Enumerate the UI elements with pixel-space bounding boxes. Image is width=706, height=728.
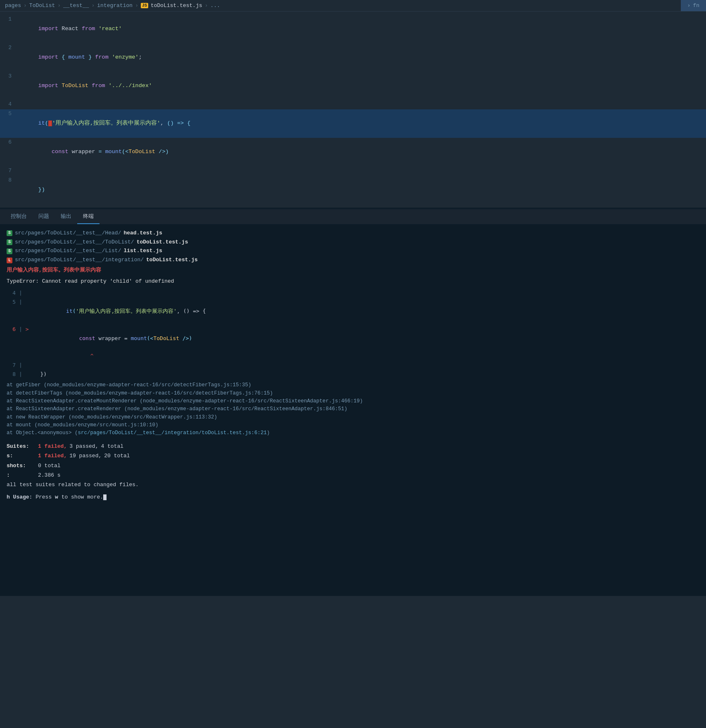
sum-tests-passed: 19 passed, [69,451,102,461]
file-path-list: src/pages/ToDoList/__test__/List/ [15,247,121,255]
breadcrumb-sep-4: › [135,2,138,9]
terminal-area[interactable]: S src/pages/ToDoList/__test__/Head/head.… [0,225,706,596]
code-line-7: 7 [0,166,706,176]
test-file-list: S src/pages/ToDoList/__test__/List/list.… [7,247,699,255]
sum-shots-value: 0 total [38,461,61,470]
tcode-pipe-7: | [19,361,22,370]
sum-suites-label: Suites: [7,442,36,451]
js-file-icon: JS [141,3,148,8]
line-num-1: 1 [0,15,17,24]
line-content-8[interactable]: }) [17,176,706,204]
error-message: TypeError: Cannot read property 'child' … [7,277,699,286]
sum-suites-total: 4 total [101,442,123,451]
line-num-4: 4 [0,100,17,109]
stack-line-7: at Object.<anonymous> (src/pages/ToDoLis… [7,429,699,437]
line-content-7[interactable] [17,166,706,176]
watch-usage-text: Press w to show more. [36,494,103,500]
tcode-num-8: 8 [7,370,19,379]
terminal-tabs: 控制台 问题 输出 终端 [0,209,706,225]
breadcrumb-active-file: toDoList.test.js [151,2,202,9]
sum-time-value: 2.386 s [38,470,61,480]
breadcrumb-integration[interactable]: integration [97,2,133,9]
tcode-pipe-5: | [19,298,22,307]
sum-watch: all test suites related to changed files… [7,480,699,489]
stack-trace: at getFiber (node_modules/enzyme-adapter… [7,381,699,437]
breadcrumb-sep-5: › [205,2,208,9]
tcode-6: 6 | > const wrapper = mount(<ToDoList />… [7,325,699,352]
code-line-5: 5 it(|'用户输入内容,按回车。列表中展示内容', () => { [0,109,706,138]
file-bold-integration: toDoList.test.js [146,256,198,265]
tab-console[interactable]: 控制台 [5,209,33,224]
sum-tests-label: s: [7,451,36,461]
stack-line-6: at mount (node_modules/enzyme/src/mount.… [7,421,699,429]
line-num-7: 7 [0,166,17,175]
sum-tests: s: 1 failed, 19 passed, 20 total [7,451,699,461]
line-num-6: 6 [0,138,17,147]
tcode-7: 7 | [7,361,699,370]
sum-tests-failed: 1 failed, [38,451,67,461]
badge-head: S [7,230,12,236]
sum-time-label: : [7,470,36,480]
tcode-content-5: it('用户输入内容,按回车。列表中展示内容', () => { [34,298,206,325]
code-line-1: 1 import React from 'react' [0,15,706,43]
breadcrumb-sep-1: › [24,2,27,9]
line-content-4[interactable] [17,100,706,109]
tcode-num-5: 5 [7,298,19,307]
line-num-5: 5 [0,109,17,118]
tcode-num-6: 6 [7,325,19,334]
breadcrumb-todolist[interactable]: ToDoList [29,2,55,9]
tcode-8: 8 | }) [7,370,699,379]
sum-watch-text: all test suites related to changed files… [7,480,139,489]
caret-line: ^ [7,352,699,361]
stack-line-4: at ReactSixteenAdapter.createRenderer (n… [7,405,699,413]
line-num-2: 2 [0,43,17,52]
watch-usage-h: h Usage: [7,494,36,500]
breadcrumb-test[interactable]: __test__ [63,2,89,9]
breadcrumb-pages[interactable]: pages [5,2,21,9]
sum-suites-failed: 1 failed, [38,442,67,451]
sum-snapshots: shots: 0 total [7,461,699,470]
test-summary: Suites: 1 failed, 3 passed, 4 total s: 1… [7,442,699,490]
tcode-pipe-8: | [19,370,22,379]
tab-problems[interactable]: 问题 [33,209,55,224]
breadcrumb-ellipsis: ... [211,2,220,9]
test-fail-title: 用户输入内容,按回车。列表中展示内容 [7,266,699,275]
line-num-8: 8 [0,176,17,185]
tcode-num-7: 7 [7,361,19,370]
file-path-integration: src/pages/ToDoList/__test__/integration/ [15,256,144,265]
tcode-5: 5 | it('用户输入内容,按回车。列表中展示内容', () => { [7,298,699,325]
badge-integration: L [7,258,12,263]
watch-usage: h Usage: Press w to show more. [7,493,699,502]
stack-line-3: at ReactSixteenAdapter.createMountRender… [7,397,699,405]
badge-todolist: S [7,239,12,245]
stack-line-2: at detectFiberTags (node_modules/enzyme-… [7,390,699,397]
fn-button[interactable]: › fn [681,0,706,11]
tab-terminal[interactable]: 终端 [77,209,100,224]
code-line-3: 3 import ToDoList from '../../index' [0,72,706,100]
code-line-4: 4 [0,100,706,109]
tcode-content-6: const wrapper = mount(<ToDoList />) [34,325,192,352]
file-bold-head: head.test.js [123,229,162,238]
line-content-3[interactable]: import ToDoList from '../../index' [17,72,706,100]
line-content-5[interactable]: it(|'用户输入内容,按回车。列表中展示内容', () => { [17,109,706,138]
test-file-integration: L src/pages/ToDoList/__test__/integratio… [7,256,699,265]
line-content-2[interactable]: import { mount } from 'enzyme'; [17,43,706,72]
editor-area: 1 import React from 'react' 2 import { m… [0,12,706,208]
code-line-6: 6 const wrapper = mount(<ToDoList />) [0,138,706,166]
test-file-head: S src/pages/ToDoList/__test__/Head/head.… [7,229,699,238]
fn-chevron-icon: › [687,2,691,9]
fn-label: fn [693,2,699,9]
sum-tests-total: 20 total [104,451,130,461]
line-content-1[interactable]: import React from 'react' [17,15,706,43]
tcode-num-4: 4 [7,288,19,298]
tcode-4: 4 | [7,288,699,298]
line-content-6[interactable]: const wrapper = mount(<ToDoList />) [17,138,706,166]
badge-list: S [7,248,12,254]
terminal-cursor [103,494,107,500]
sum-suites: Suites: 1 failed, 3 passed, 4 total [7,442,699,451]
breadcrumb-sep-2: › [57,2,61,9]
tcode-arrow-6: > [26,325,31,334]
tab-output[interactable]: 输出 [55,209,77,224]
sum-suites-passed: 3 passed, [69,442,98,451]
tcode-content-8: }) [34,370,47,379]
